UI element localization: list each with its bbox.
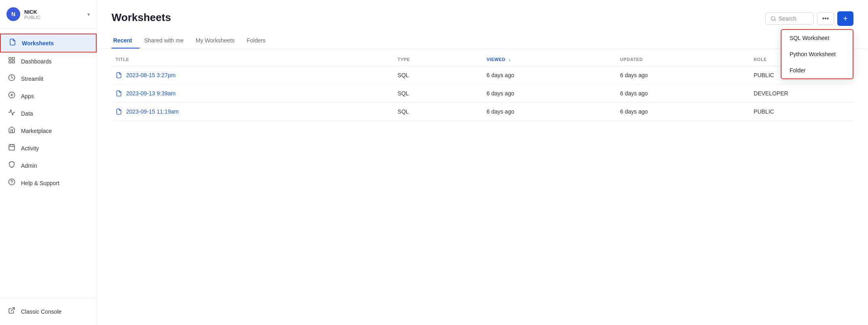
- cell-title: 2023-09-15 11:19am: [112, 103, 393, 121]
- worksheets-table: TITLE TYPE VIEWED ↓ UPDATED ROLE 2023-08…: [112, 52, 853, 121]
- marketplace-icon: [7, 126, 16, 135]
- svg-line-14: [11, 308, 15, 311]
- sidebar-item-label: Streamlit: [21, 76, 43, 82]
- tab-folders[interactable]: Folders: [245, 33, 273, 49]
- external-link-icon: [7, 307, 16, 316]
- cell-viewed: 6 days ago: [482, 66, 616, 84]
- sidebar-item-label: Classic Console: [21, 308, 61, 315]
- sidebar-item-data[interactable]: Data: [0, 105, 97, 122]
- svg-line-16: [774, 20, 775, 21]
- svg-rect-3: [13, 61, 15, 63]
- sidebar-item-dashboards[interactable]: Dashboards: [0, 53, 97, 70]
- sidebar-item-label: Admin: [21, 162, 37, 169]
- col-header-type: TYPE: [393, 52, 482, 66]
- cell-role: DEVELOPER: [750, 84, 853, 103]
- search-label: Search: [779, 15, 796, 22]
- svg-rect-2: [9, 61, 11, 63]
- sidebar: N NICK PUBLIC ▾ Worksheets Dashboards St: [0, 0, 97, 325]
- sidebar-bottom: Classic Console: [0, 298, 97, 325]
- more-options-button[interactable]: •••: [817, 12, 834, 25]
- cell-type: SQL: [393, 103, 482, 121]
- dashboards-icon: [7, 57, 16, 66]
- tab-shared[interactable]: Shared with me: [143, 33, 191, 49]
- user-name: NICK: [24, 9, 83, 15]
- main-content: Worksheets Search ••• + SQL Worksheet Py…: [97, 0, 868, 325]
- dropdown-menu: SQL Worksheet Python Worksheet Folder: [781, 29, 853, 79]
- table-row[interactable]: 2023-08-15 3:27pm SQL 6 days ago 6 days …: [112, 66, 853, 84]
- cell-updated: 6 days ago: [616, 103, 750, 121]
- data-icon: [7, 109, 16, 118]
- sidebar-item-classic-console[interactable]: Classic Console: [0, 303, 97, 320]
- main-header: Worksheets Search ••• + SQL Worksheet Py…: [97, 0, 868, 26]
- cell-title: 2023-08-15 3:27pm: [112, 66, 393, 84]
- chevron-down-icon: ▾: [87, 11, 90, 17]
- sidebar-item-label: Activity: [21, 145, 39, 152]
- sidebar-item-streamlit[interactable]: Streamlit: [0, 70, 97, 87]
- tab-my-worksheets[interactable]: My Worksheets: [194, 33, 242, 49]
- svg-rect-0: [9, 57, 11, 59]
- sidebar-item-label: Data: [21, 110, 33, 117]
- doc-icon: [116, 90, 122, 97]
- dropdown-item-python-worksheet[interactable]: Python Worksheet: [781, 46, 853, 62]
- cell-updated: 6 days ago: [616, 66, 750, 84]
- tab-recent[interactable]: Recent: [112, 33, 139, 49]
- worksheets-icon: [8, 38, 17, 48]
- dropdown-item-folder[interactable]: Folder: [781, 62, 853, 78]
- sidebar-item-help-support[interactable]: Help & Support: [0, 174, 97, 192]
- doc-icon: [116, 72, 122, 78]
- add-button[interactable]: +: [837, 11, 853, 26]
- sidebar-nav: Worksheets Dashboards Streamlit Apps: [0, 29, 97, 298]
- cell-type: SQL: [393, 66, 482, 84]
- sidebar-item-admin[interactable]: Admin: [0, 157, 97, 174]
- svg-rect-1: [13, 57, 15, 59]
- sort-arrow-icon: ↓: [509, 57, 511, 62]
- admin-icon: [7, 161, 16, 170]
- table-row[interactable]: 2023-09-13 9:39am SQL 6 days ago 6 days …: [112, 84, 853, 103]
- tabs-bar: Recent Shared with me My Worksheets Fold…: [97, 26, 868, 49]
- user-role: PUBLIC: [24, 15, 83, 20]
- page-title: Worksheets: [112, 11, 171, 24]
- dropdown-item-sql-worksheet[interactable]: SQL Worksheet: [781, 30, 853, 46]
- svg-rect-8: [9, 145, 15, 150]
- cell-viewed: 6 days ago: [482, 103, 616, 121]
- cell-role: PUBLIC: [750, 103, 853, 121]
- activity-icon: [7, 144, 16, 153]
- cell-title: 2023-09-13 9:39am: [112, 84, 393, 103]
- cell-viewed: 6 days ago: [482, 84, 616, 103]
- cell-type: SQL: [393, 84, 482, 103]
- search-icon: [771, 16, 776, 21]
- sidebar-item-label: Dashboards: [21, 58, 52, 65]
- sidebar-item-apps[interactable]: Apps: [0, 87, 97, 105]
- avatar: N: [6, 7, 20, 21]
- sidebar-item-activity[interactable]: Activity: [0, 139, 97, 157]
- sidebar-item-label: Worksheets: [22, 40, 54, 46]
- table-container: TITLE TYPE VIEWED ↓ UPDATED ROLE 2023-08…: [97, 49, 868, 325]
- col-header-updated: UPDATED: [616, 52, 750, 66]
- header-actions: Search ••• + SQL Worksheet Python Worksh…: [765, 11, 854, 26]
- sidebar-item-label: Apps: [21, 93, 34, 99]
- streamlit-icon: [7, 74, 16, 83]
- sidebar-item-label: Marketplace: [21, 128, 52, 134]
- sidebar-item-worksheets[interactable]: Worksheets: [0, 34, 97, 53]
- cell-updated: 6 days ago: [616, 84, 750, 103]
- user-profile[interactable]: N NICK PUBLIC ▾: [0, 0, 97, 29]
- help-icon: [7, 178, 16, 188]
- search-box[interactable]: Search: [765, 13, 814, 25]
- col-header-viewed[interactable]: VIEWED ↓: [482, 52, 616, 66]
- apps-icon: [7, 91, 16, 101]
- table-row[interactable]: 2023-09-15 11:19am SQL 6 days ago 6 days…: [112, 103, 853, 121]
- doc-icon: [116, 108, 122, 115]
- sidebar-item-marketplace[interactable]: Marketplace: [0, 122, 97, 139]
- col-header-title: TITLE: [112, 52, 393, 66]
- sidebar-item-label: Help & Support: [21, 180, 59, 186]
